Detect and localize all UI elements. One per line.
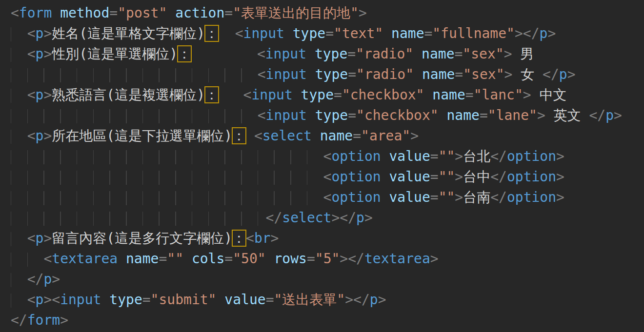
code-line[interactable]: </p> [11,269,644,290]
token-tag-name: p [36,87,44,103]
token-punctuation: > [43,87,52,103]
token-punctuation: </ [27,271,44,287]
code-line[interactable]: <p>性別(這是單選欄位)： <input type="radio" name=… [11,44,644,64]
code-line[interactable]: <p><input type="submit" value="送出表單"></p… [11,290,644,310]
token-punctuation: < [11,5,19,21]
token-attribute-name: name [126,251,159,267]
token-attribute-name: method [60,5,109,21]
code-line[interactable]: <textarea name="" cols="50" rows="5"></t… [11,249,644,269]
code-line[interactable]: </select></p> [11,208,644,228]
token-punctuation: </ [490,148,507,164]
token-punctuation: = [353,128,361,144]
token-text: 留言內容(這是多行文字欄位) [52,230,232,246]
token-punctuation: > [567,66,576,82]
token-text: 姓名(這是單格文字欄位) [52,25,205,41]
token-text [381,148,389,164]
token-string: "checkbox" [342,87,424,103]
token-punctuation: = [224,5,233,21]
token-punctuation: = [348,66,356,82]
token-punctuation: = [480,107,488,123]
token-punctuation: >< [43,292,60,308]
token-punctuation: < [246,230,254,246]
token-text: 英文 [545,107,589,123]
token-punctuation: > [43,46,52,62]
code-line[interactable]: <input type="radio" name="sex"> 女 </p> [11,64,644,85]
token-attribute-name: name [320,128,353,144]
indent-whitespace [11,251,43,267]
token-attribute-name: type [315,107,348,123]
token-punctuation: < [235,25,243,41]
token-punctuation: = [430,148,439,164]
token-tag-name: br [254,230,271,246]
token-punctuation: </ [11,312,27,328]
token-text [293,87,301,103]
code-line[interactable]: </form> [11,310,644,331]
unicode-highlight-colon: ： [205,25,219,41]
token-tag-name: input [243,25,284,41]
token-punctuation: > [614,107,622,123]
token-text [219,25,235,41]
indent-whitespace [11,107,258,123]
token-text [306,46,315,62]
token-attribute-name: value [389,189,430,205]
token-punctuation: > [271,230,279,246]
token-tag-name: input [265,46,306,62]
token-punctuation: < [323,169,332,185]
token-text [424,87,432,103]
token-tag-name: textarea [52,251,118,267]
token-punctuation: = [347,46,356,62]
code-line[interactable]: <input type="checkbox" name="lane"> 英文 <… [11,105,644,126]
token-attribute-name: type [315,66,348,82]
token-tag-name: p [559,66,567,82]
token-punctuation: < [27,230,36,246]
indent-whitespace [11,25,27,41]
token-tag-name: option [507,148,556,164]
token-attribute-name: type [301,87,334,103]
token-attribute-name: name [446,107,479,123]
code-line[interactable]: <option value="">台南</option> [11,187,644,208]
token-tag-name: p [43,271,52,287]
code-line[interactable]: <option value="">台北</option> [11,146,644,167]
token-punctuation: </ [589,107,606,123]
token-string: "fullname" [432,25,515,41]
token-punctuation: </ [490,189,507,205]
token-tag-name: p [370,292,378,308]
token-text: 中文 [531,87,567,103]
token-string: "sex" [463,46,503,62]
token-punctuation: > [60,312,68,328]
indent-whitespace [11,128,27,144]
token-punctuation: > [378,292,386,308]
token-string: "" [439,169,455,185]
token-attribute-name: value [389,169,430,185]
token-attribute-name: action [175,5,224,21]
token-punctuation: < [27,128,36,144]
code-line[interactable]: <p>所在地區(這是下拉選單欄位)： <select name="area"> [11,126,644,146]
token-text [246,128,254,144]
token-punctuation: > [556,148,564,164]
token-text [439,107,447,123]
token-tag-name: input [251,87,292,103]
token-punctuation: = [455,46,463,62]
token-attribute-name: value [224,292,265,308]
token-string: "50" [233,251,265,267]
code-line[interactable]: <p>留言內容(這是多行文字欄位)：<br> [11,228,644,249]
token-string: "5" [315,251,340,267]
token-punctuation: > [455,148,463,164]
token-attribute-name: type [293,25,325,41]
token-text [101,292,109,308]
indent-whitespace [11,87,27,103]
token-tag-name: option [507,169,556,185]
token-text [266,251,274,267]
token-text: 女 [512,66,543,82]
code-line[interactable]: <option value="">台中</option> [11,167,644,187]
token-string: "area" [361,128,410,144]
token-tag-name: form [27,312,60,328]
token-text [284,25,293,41]
token-punctuation: < [27,25,36,41]
code-line[interactable]: <p>姓名(這是單格文字欄位)： <input type="text" name… [11,23,644,44]
token-text [312,128,320,144]
code-line[interactable]: <p>熟悉語言(這是複選欄位)： <input type="checkbox" … [11,85,644,105]
code-line[interactable]: <form method="post" action="表單送出的目的地"> [11,3,644,23]
token-punctuation: > [410,128,419,144]
code-editor[interactable]: <form method="post" action="表單送出的目的地"> <… [0,0,644,332]
